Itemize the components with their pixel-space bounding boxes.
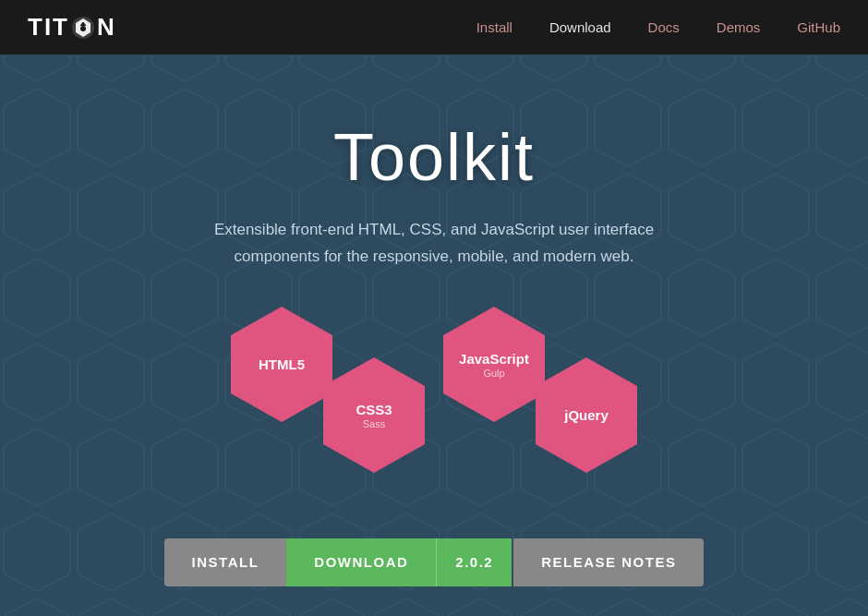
nav-item-install[interactable]: Install: [476, 19, 512, 36]
hex-html5: HTML5: [231, 335, 332, 394]
navbar: TIT N Install Download Docs Demos GitHub: [0, 0, 868, 54]
nav-item-download[interactable]: Download: [549, 19, 611, 36]
hex-javascript: JavaScript Gulp: [443, 335, 545, 394]
cta-row: INSTALL DOWNLOAD 2.0.2 RELEASE NOTES: [18, 538, 850, 586]
hex-css3-sublabel: Sass: [363, 418, 385, 429]
hex-css3-label: CSS3: [356, 402, 392, 418]
hex-jquery-shape: jQuery: [536, 386, 637, 445]
hex-jquery: jQuery: [536, 386, 637, 445]
version-button[interactable]: 2.0.2: [436, 538, 512, 586]
hex-js-sublabel: Gulp: [483, 368, 504, 379]
nav-item-github[interactable]: GitHub: [797, 19, 840, 36]
nav-links: Install Download Docs Demos GitHub: [476, 19, 840, 36]
hex-js-label: JavaScript: [459, 351, 529, 368]
svg-point-1: [80, 26, 86, 31]
install-button[interactable]: INSTALL: [164, 538, 287, 586]
release-notes-button[interactable]: RELEASE NOTES: [513, 538, 704, 586]
nav-item-demos[interactable]: Demos: [717, 19, 761, 36]
hex-css3: CSS3 Sass: [323, 386, 425, 445]
hex-grid: HTML5 CSS3 Sass JavaScript Gulp jQuery: [18, 317, 850, 483]
hex-html5-shape: HTML5: [231, 335, 332, 394]
logo-icon: [70, 15, 96, 41]
hex-html5-label: HTML5: [259, 356, 305, 373]
hero-section: Toolkit Extensible front-end HTML, CSS, …: [0, 54, 868, 616]
hero-title: Toolkit: [18, 119, 850, 195]
hex-js-shape: JavaScript Gulp: [443, 335, 545, 394]
hero-subtitle: Extensible front-end HTML, CSS, and Java…: [212, 217, 656, 271]
nav-item-docs[interactable]: Docs: [648, 19, 680, 36]
logo[interactable]: TIT N: [28, 13, 116, 42]
logo-text: TIT N: [28, 13, 116, 42]
hex-jquery-label: jQuery: [564, 407, 609, 424]
download-button[interactable]: DOWNLOAD: [286, 538, 436, 586]
hex-css3-shape: CSS3 Sass: [323, 386, 425, 445]
